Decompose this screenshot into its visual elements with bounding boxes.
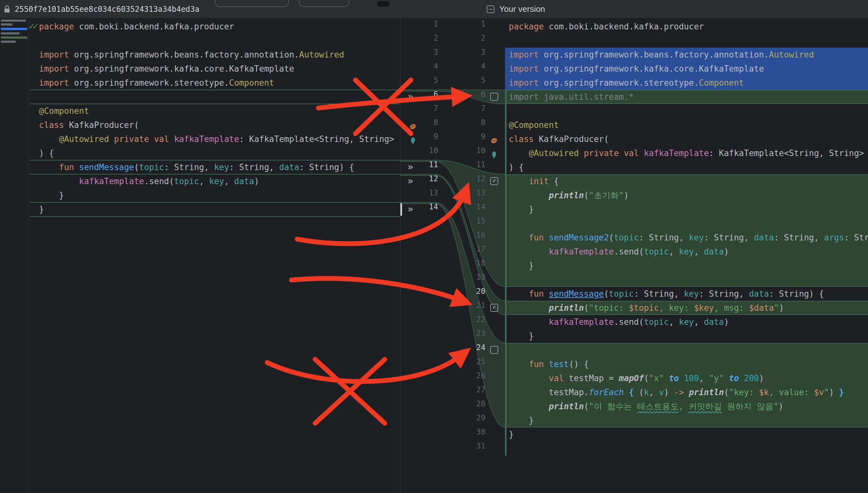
code-token: { [549,176,559,186]
right-line-number: 31 [457,442,486,450]
gutter-row: 27 [400,385,505,399]
apply-change-chevron[interactable]: » [407,89,413,104]
code-token: class [39,120,64,130]
gutter-row: »1212✓ [400,174,505,188]
code-line: } [505,202,868,216]
changed-range-bar [505,90,507,456]
code-token: mapOf [619,373,644,383]
code-token [39,163,59,172]
toolbar-button-cropped[interactable] [215,0,289,7]
code-token: Autowired [299,50,344,60]
code-token [509,402,549,411]
code-token: ) [759,373,764,383]
code-line: println("topic: $topic, key: $key, msg: … [505,301,868,315]
right-line-number: 17 [457,244,486,254]
code-token: private [584,148,619,158]
left-editor-pane[interactable]: package com.boki.backend.kafka.produceri… [28,18,400,493]
code-line: println("이 함수는 테스트용도, 커밋하길 원하지 않음") [505,399,868,413]
code-token [619,148,624,158]
code-token: sendMessage [79,163,134,172]
include-change-checkbox[interactable]: ✓ [490,304,498,312]
code-token: ) [829,387,834,397]
code-token: "초기화" [589,191,624,200]
minimap-stripe [1,37,27,39]
include-change-checkbox[interactable] [490,346,498,354]
code-token: } [509,205,534,214]
code-token: ( [134,163,139,172]
gutter-row: 25 [400,357,505,371]
code-line: import org.springframework.kafka.core.Ka… [28,62,400,76]
code-token: @Component [39,106,89,116]
code-token: , key: [659,303,694,313]
code-line [505,34,868,48]
include-change-checkbox[interactable]: ✓ [490,177,498,185]
code-token: import [509,50,539,60]
gutter-row: 31 [400,442,505,456]
apply-change-chevron[interactable]: » [407,202,413,216]
right-editor-pane[interactable]: package com.boki.backend.kafka.produceri… [505,18,868,493]
code-token: kafkaTemplate [549,247,614,256]
insertion-marker-line [30,202,400,203]
gutter-row: 22 [400,315,505,329]
right-line-number: 8 [457,118,486,127]
code-token: data [234,176,254,186]
code-token: , [678,402,688,411]
right-line-number: 28 [457,399,486,408]
code-token: , value: [769,387,814,397]
apply-change-chevron[interactable]: » [407,174,413,188]
left-line-number: 5 [419,76,438,85]
code-token: testMap = [564,373,619,383]
splitter-handle[interactable] [400,203,402,216]
gutter-row: 15 [400,216,505,231]
code-token: KafkaProducer( [64,120,139,130]
code-token: testMap. [509,387,589,397]
right-line-number: 4 [457,62,486,71]
code-token: data [704,247,724,256]
code-token: Component [699,78,744,88]
code-token: : String) { [769,289,824,299]
code-token: key [209,176,224,186]
collapse-icon[interactable] [486,5,495,14]
insertion-marker-line [30,104,400,104]
toolbar-toggle-cropped[interactable] [377,1,390,7]
gutter-row: 19 [400,273,505,287]
code-token: k [644,387,649,397]
minimap-stripe [1,20,26,22]
code-token: key [684,289,699,299]
code-token: ( [584,191,589,200]
code-line: } [505,427,868,442]
code-token: kafkaTemplate [644,148,709,158]
code-token: data [279,163,299,172]
code-line: kafkaTemplate.send(topic, key, data) [505,244,868,259]
code-line [505,343,868,357]
code-line: class KafkaProducer( [505,132,868,146]
toolbar-button-cropped[interactable] [299,0,349,7]
apply-change-chevron[interactable]: » [407,160,413,174]
code-token: topic [644,317,669,327]
left-line-number: 2 [419,34,438,43]
left-line-number: 4 [419,62,438,71]
code-token [509,359,529,369]
minimap-stripe [1,28,27,30]
spring-bean-icon [409,121,417,129]
include-change-checkbox[interactable] [490,93,498,101]
code-token: } [39,205,44,214]
code-token: } [509,430,514,439]
code-token: org.springframework.stereotype. [69,78,229,88]
code-token: println [689,387,724,397]
insertion-marker-line [30,174,400,175]
code-token: " [774,303,779,313]
code-line: class KafkaProducer( [28,118,400,132]
code-line: @Component [505,118,868,132]
code-token: 테스트용도 [637,402,678,411]
code-token: , [669,247,679,256]
code-line: } [505,259,868,273]
code-token: package [509,22,544,31]
code-token [509,191,549,200]
code-token [149,134,154,144]
code-token: , [699,373,709,383]
left-line-number: 7 [419,104,438,113]
code-token: : String, [704,233,754,242]
code-token: " [824,387,829,397]
code-line: fun test() { [505,357,868,371]
